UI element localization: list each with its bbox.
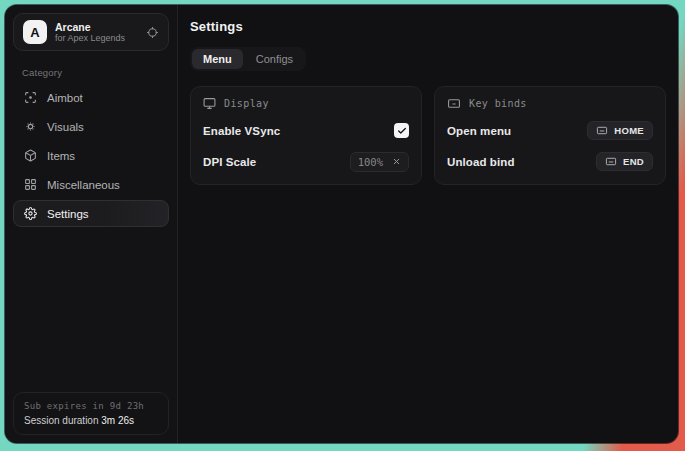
keybinds-card-title: Key binds: [469, 98, 527, 109]
unload-bind-keybind[interactable]: END: [596, 152, 653, 171]
sidebar-item-settings[interactable]: Settings: [13, 200, 169, 227]
dpi-scale-input[interactable]: 100%: [350, 152, 409, 172]
crosshair-icon: [23, 91, 37, 104]
brand-card: A Arcane for Apex Legends: [13, 13, 169, 51]
display-card: Display Enable VSync DPI Scale 100%: [190, 86, 422, 185]
dpi-scale-value: 100%: [358, 156, 383, 168]
open-menu-row: Open menu HOME: [447, 120, 653, 141]
tab-bar: Menu Configs: [190, 47, 306, 71]
sidebar-item-label: Items: [47, 150, 75, 162]
blocks-icon: [23, 178, 37, 191]
unload-bind-row: Unload bind END: [447, 151, 653, 172]
open-menu-label: Open menu: [447, 125, 511, 137]
page-title: Settings: [190, 19, 666, 34]
session-duration-value: 3m 26s: [101, 415, 134, 426]
app-logo: A: [23, 20, 47, 44]
open-menu-key: HOME: [614, 125, 644, 136]
unload-bind-key: END: [623, 156, 644, 167]
dpi-row: DPI Scale 100%: [203, 151, 409, 172]
keyboard-icon: [605, 156, 617, 167]
settings-cards: Display Enable VSync DPI Scale 100%: [190, 86, 666, 185]
vsync-row: Enable VSync: [203, 120, 409, 141]
app-subtitle: for Apex Legends: [55, 33, 138, 43]
display-card-title: Display: [224, 98, 269, 109]
package-icon: [23, 149, 37, 162]
subscription-info-card: Sub expires in 9d 23h Session duration 3…: [13, 392, 169, 435]
crosshair-target-icon: [146, 26, 159, 39]
sidebar-item-label: Miscellaneous: [47, 179, 120, 191]
sidebar-item-label: Visuals: [47, 121, 84, 133]
category-label: Category: [22, 67, 169, 78]
tab-configs[interactable]: Configs: [245, 49, 304, 69]
session-duration-label: Session duration: [24, 415, 99, 426]
sidebar-nav: Aimbot Visuals Items Miscellaneous: [13, 84, 169, 227]
keybinds-card: Key binds Open menu HOME Unload bind: [434, 86, 666, 185]
sidebar-item-label: Aimbot: [47, 92, 83, 104]
gear-icon: [23, 207, 37, 220]
session-duration-text: Session duration 3m 26s: [24, 415, 158, 426]
sidebar-item-miscellaneous[interactable]: Miscellaneous: [13, 171, 169, 198]
monitor-icon: [203, 97, 216, 110]
open-menu-keybind[interactable]: HOME: [587, 121, 653, 140]
app-window: A Arcane for Apex Legends Category Aimbo…: [5, 5, 678, 443]
main-content: Settings Menu Configs Display Enable VSy…: [178, 5, 678, 443]
sidebar-item-items[interactable]: Items: [13, 142, 169, 169]
keyboard-icon: [447, 97, 461, 110]
sidebar-item-visuals[interactable]: Visuals: [13, 113, 169, 140]
app-title: Arcane: [55, 21, 138, 33]
sidebar-item-label: Settings: [47, 208, 89, 220]
sidebar: A Arcane for Apex Legends Category Aimbo…: [5, 5, 178, 443]
vsync-label: Enable VSync: [203, 125, 280, 137]
unload-bind-label: Unload bind: [447, 156, 515, 168]
sub-expires-text: Sub expires in 9d 23h: [24, 401, 158, 411]
sidebar-item-aimbot[interactable]: Aimbot: [13, 84, 169, 111]
dpi-label: DPI Scale: [203, 156, 256, 168]
clear-icon[interactable]: [392, 157, 401, 166]
tab-menu[interactable]: Menu: [192, 49, 243, 69]
vsync-checkbox[interactable]: [394, 123, 409, 138]
keyboard-icon: [596, 125, 608, 136]
eye-scan-icon: [23, 120, 37, 133]
